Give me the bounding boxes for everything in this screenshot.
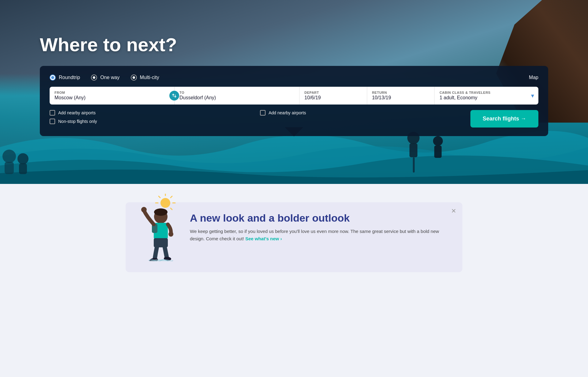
svg-rect-3 [19, 163, 27, 174]
close-button[interactable]: ✕ [451, 207, 456, 215]
return-label: Return [372, 91, 430, 94]
hero-section: Where to next? Roundtrip One way Multi-c… [0, 0, 588, 184]
search-flights-button[interactable]: Search flights → [470, 110, 538, 128]
oneway-option[interactable]: One way [91, 74, 119, 81]
map-link[interactable]: Map [529, 75, 538, 80]
svg-rect-6 [413, 157, 415, 173]
roundtrip-radio[interactable] [50, 74, 56, 81]
from-value: Moscow (Any) [55, 95, 169, 101]
nearby-airports-from-label: Add nearby airports [58, 110, 96, 115]
notification-body: We keep getting better, so if you loved … [190, 228, 441, 242]
svg-point-21 [168, 232, 173, 237]
see-whats-new-link[interactable]: See what's new › [245, 236, 282, 241]
svg-point-9 [160, 198, 170, 208]
depart-value: 10/6/19 [304, 95, 362, 101]
svg-rect-1 [5, 162, 14, 174]
cabin-dropdown-icon[interactable]: ▾ [531, 92, 534, 99]
return-field[interactable]: Return 10/13/19 [367, 87, 435, 105]
svg-line-13 [171, 208, 172, 210]
notification-text-area: A new look and a bolder outlook We keep … [190, 212, 450, 242]
svg-line-14 [159, 196, 160, 198]
add-nearby-airports-from[interactable]: Add nearby airports [50, 110, 260, 116]
multicity-radio[interactable] [131, 74, 137, 81]
svg-point-17 [154, 208, 168, 216]
fields-row: From Moscow (Any) To Dusseldorf (Any) De… [50, 87, 538, 105]
from-field[interactable]: From Moscow (Any) [50, 87, 175, 105]
multicity-option[interactable]: Multi-city [131, 74, 159, 81]
panel-pointer [285, 127, 303, 136]
notification-body-text: We keep getting better, so if you loved … [190, 229, 439, 241]
roundtrip-label: Roundtrip [59, 75, 80, 80]
from-checkboxes: Add nearby airports Non-stop flights onl… [50, 110, 260, 124]
nearby-airports-to-checkbox[interactable] [260, 110, 266, 116]
checkboxes-row: Add nearby airports Non-stop flights onl… [50, 110, 538, 128]
oneway-radio[interactable] [91, 74, 97, 81]
nonstop-label: Non-stop flights only [58, 119, 97, 124]
from-label: From [55, 91, 169, 94]
cabin-field[interactable]: Cabin Class & Travelers 1 adult, Economy… [435, 87, 538, 105]
to-value: Dusseldorf (Any) [179, 95, 294, 101]
add-nearby-airports-to[interactable]: Add nearby airports [260, 110, 470, 116]
oneway-label: One way [100, 75, 119, 80]
return-value: 10/13/19 [372, 95, 430, 101]
to-label: To [179, 91, 294, 94]
svg-rect-5 [409, 143, 417, 157]
svg-line-11 [171, 196, 172, 198]
multicity-label: Multi-city [140, 75, 159, 80]
cabin-value: 1 adult, Economy [439, 95, 533, 101]
depart-label: Depart [304, 91, 362, 94]
nearby-airports-from-checkbox[interactable] [50, 110, 55, 116]
svg-rect-8 [434, 146, 442, 158]
notification-banner: A new look and a bolder outlook We keep … [126, 202, 462, 272]
trip-type-row: Roundtrip One way Multi-city Map [50, 74, 538, 81]
svg-point-20 [141, 207, 147, 212]
to-field[interactable]: To Dusseldorf (Any) [175, 87, 300, 105]
roundtrip-option[interactable]: Roundtrip [50, 74, 80, 81]
nonstop-checkbox[interactable] [50, 119, 55, 124]
below-fold: A new look and a bolder outlook We keep … [0, 184, 588, 377]
svg-point-2 [17, 153, 28, 164]
to-checkboxes: Add nearby airports [260, 110, 470, 116]
svg-point-0 [2, 150, 16, 163]
depart-field[interactable]: Depart 10/6/19 [300, 87, 367, 105]
notification-illustration [138, 194, 184, 262]
cabin-label: Cabin Class & Travelers [439, 91, 533, 94]
nearby-airports-to-label: Add nearby airports [269, 110, 306, 115]
swap-button[interactable] [169, 91, 179, 101]
hero-title: Where to next? [40, 34, 177, 55]
nonstop-flights[interactable]: Non-stop flights only [50, 119, 260, 124]
svg-point-7 [433, 136, 443, 146]
search-btn-area: Search flights → [470, 110, 538, 128]
search-panel: Roundtrip One way Multi-city Map From Mo… [40, 66, 548, 136]
notification-title: A new look and a bolder outlook [190, 212, 450, 224]
